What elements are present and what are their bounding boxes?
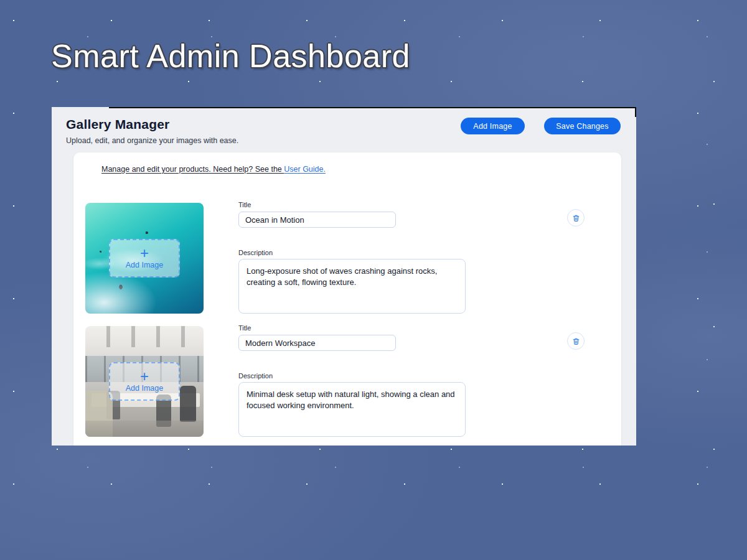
description-textarea[interactable]: Minimal desk setup with natural light, s…: [238, 382, 466, 437]
gallery-manager-window: Gallery Manager Upload, edit, and organi…: [52, 107, 636, 446]
window-frame-top-line: [109, 107, 636, 108]
page-title: Smart Admin Dashboard: [51, 37, 410, 75]
window-subtitle: Upload, edit, and organize your images w…: [66, 136, 238, 145]
window-frame-corner-line: [635, 107, 636, 117]
title-label: Title: [238, 201, 251, 208]
window-title: Gallery Manager: [66, 117, 169, 132]
dropzone-label: Add Image: [126, 261, 163, 269]
office-floor-graphic: [85, 421, 204, 437]
dropzone-label: Add Image: [126, 384, 163, 393]
plus-icon: +: [140, 247, 149, 259]
help-text: Manage and edit your products. Need help…: [101, 165, 284, 174]
add-image-button[interactable]: Add Image: [461, 118, 525, 134]
office-chair-graphic: [180, 386, 196, 422]
plus-icon: +: [140, 370, 149, 383]
description-label: Description: [238, 249, 273, 256]
title-input[interactable]: [238, 212, 396, 228]
description-label: Description: [238, 372, 273, 380]
delete-image-button[interactable]: [567, 332, 585, 350]
user-guide-link[interactable]: User Guide.: [284, 165, 326, 174]
title-input[interactable]: [238, 335, 396, 351]
help-banner: Manage and edit your products. Need help…: [101, 165, 326, 174]
description-textarea[interactable]: Long-exposure shot of waves crashing aga…: [238, 259, 466, 314]
gallery-card: Manage and edit your products. Need help…: [73, 152, 621, 446]
starry-desktop-background: Smart Admin Dashboard Gallery Manager Up…: [0, 0, 747, 560]
title-label: Title: [238, 324, 251, 332]
save-changes-button[interactable]: Save Changes: [544, 118, 621, 134]
gallery-item-row: + Add Image Title Description Minimal de…: [73, 324, 621, 446]
office-image-thumbnail: + Add Image: [85, 326, 204, 437]
trash-icon: [572, 214, 580, 222]
add-image-dropzone[interactable]: + Add Image: [109, 362, 180, 401]
office-ceiling-graphic: [85, 326, 204, 347]
delete-image-button[interactable]: [567, 209, 585, 226]
add-image-dropzone[interactable]: + Add Image: [109, 239, 180, 278]
gallery-item-row: + Add Image Title Description Long-expos…: [73, 201, 621, 325]
trash-icon: [572, 337, 580, 345]
ocean-image-thumbnail: + Add Image: [85, 203, 204, 314]
